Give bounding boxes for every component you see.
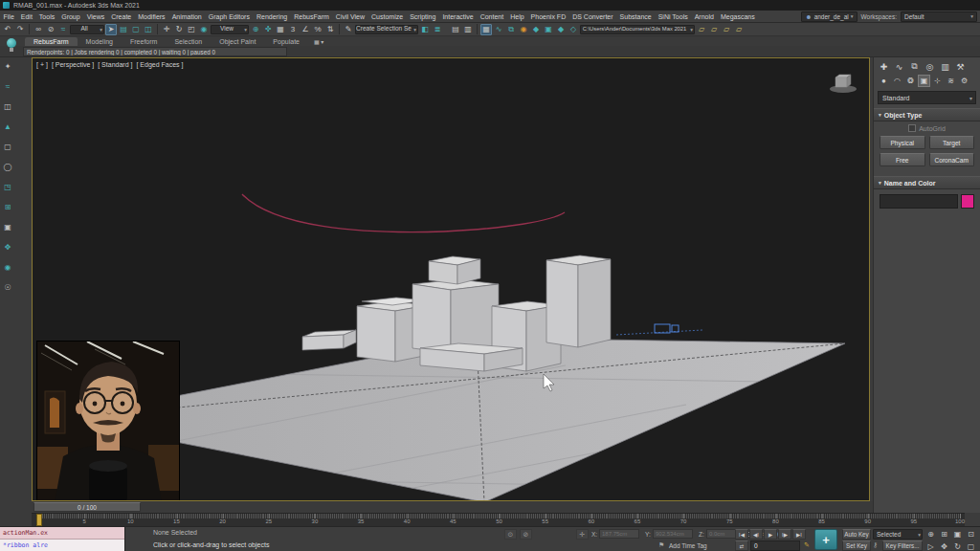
select-object-icon[interactable]: ➤ (105, 24, 117, 35)
go-to-end-button[interactable]: ▶I (792, 529, 806, 540)
keyboard-override-icon[interactable]: ▦ (275, 24, 286, 35)
menu-item[interactable]: Rendering (253, 13, 290, 20)
add-time-tag[interactable]: Add Time Tag (669, 542, 707, 549)
mini-curve-editor-icon[interactable]: ✎ (804, 541, 810, 549)
material-editor-icon[interactable]: ◉ (518, 24, 529, 35)
menu-item[interactable]: SiNi Tools (655, 13, 691, 20)
object-type-rollout-header[interactable]: ▾ Object Type (874, 108, 980, 121)
menu-item[interactable]: Phoenix FD (527, 13, 569, 20)
modify-tab-icon[interactable]: ∿ (893, 60, 905, 73)
set-key-button[interactable]: Set Key (842, 540, 871, 551)
toolbar-separator[interactable] (29, 24, 30, 34)
redo-icon[interactable]: ↷ (14, 24, 26, 35)
menu-item[interactable]: Customize (368, 13, 407, 20)
toolbar-separator[interactable] (157, 24, 158, 34)
menu-item[interactable]: Create (108, 13, 135, 20)
bind-to-space-warp-icon[interactable]: ≈ (57, 24, 69, 35)
current-frame-field[interactable]: 0 (750, 540, 800, 551)
auto-key-button[interactable]: Auto Key (842, 529, 871, 540)
menu-item[interactable]: Content (477, 13, 507, 20)
use-pivot-point-icon[interactable]: ⊕ (250, 24, 261, 35)
select-and-rotate-icon[interactable]: ↻ (173, 24, 185, 35)
y-coordinate-field[interactable]: 902.534cm (653, 529, 693, 539)
ribbon-toggle-icon[interactable]: ▦ (480, 24, 492, 35)
object-name-input[interactable] (880, 194, 958, 209)
select-and-move-icon[interactable]: ✛ (161, 24, 172, 35)
menu-item[interactable]: Edit (17, 13, 35, 20)
red-spline[interactable] (242, 194, 565, 232)
go-to-start-button[interactable]: I◀ (735, 529, 748, 540)
viewport-label-item[interactable]: [ Perspective ] (52, 61, 94, 68)
side-tool-10-icon[interactable]: ✥ (2, 242, 13, 253)
schematic-view-icon[interactable]: ⧉ (505, 24, 517, 35)
side-tool-8-icon[interactable]: ⊞ (2, 202, 13, 213)
fov-icon[interactable]: ▷ (924, 540, 937, 551)
scene-explorer-icon[interactable]: ▤ (450, 24, 461, 35)
rendered-frame-icon[interactable]: ▣ (543, 24, 554, 35)
layer-explorer-icon[interactable]: ▥ (462, 24, 474, 35)
object-type-button[interactable]: Physical (880, 136, 925, 149)
ribbon-tab[interactable]: Object Paint (211, 37, 264, 46)
side-tool-11-icon[interactable]: ◉ (2, 262, 13, 274)
motion-tab-icon[interactable]: ◎ (924, 60, 936, 73)
render-setup-icon[interactable]: ◆ (530, 24, 542, 35)
orbit-icon[interactable]: ↻ (951, 540, 964, 551)
project-folder-dropdown[interactable]: C:\Users\Ander\Documents\3ds Max 2021 (580, 25, 695, 34)
geometry-icon[interactable]: ● (878, 75, 890, 87)
side-tool-9-icon[interactable]: ▣ (2, 222, 13, 233)
key-mode-toggle[interactable]: ⇄ (735, 540, 748, 551)
ribbon-tab[interactable]: Selection (166, 37, 211, 46)
object-class-dropdown[interactable]: Standard (878, 91, 976, 104)
ribbon-tab[interactable]: Populate (264, 37, 308, 46)
folder-new-icon[interactable]: ▱ (696, 24, 707, 35)
key-filters-button[interactable]: Key Filters... (882, 540, 923, 551)
menu-item[interactable]: Substance (616, 13, 655, 20)
ribbon-tab[interactable]: Modeling (78, 37, 122, 46)
side-tool-4-icon[interactable]: ▲ (2, 121, 13, 133)
rebusfarm-lamp-icon[interactable] (6, 38, 17, 54)
object-type-button[interactable]: Target (929, 136, 975, 149)
edit-named-selection-sets-icon[interactable]: ✎ (343, 24, 354, 35)
zoom-icon[interactable]: ⊕ (924, 528, 937, 540)
selection-set-dropdown[interactable]: Selected (873, 529, 923, 540)
isolate-selection-icon[interactable]: ⊙ (504, 529, 517, 540)
render-production-icon[interactable]: ◆ (555, 24, 567, 35)
menu-item[interactable]: RebusFarm (291, 13, 333, 20)
spacewarps-icon[interactable]: ≋ (945, 75, 957, 87)
object-color-swatch[interactable] (961, 194, 974, 209)
set-keys-button[interactable]: + (814, 529, 837, 550)
create-tab-icon[interactable]: ✚ (878, 60, 890, 73)
viewport-label-item[interactable]: [ Edged Faces ] (136, 61, 183, 68)
systems-icon[interactable]: ⚙ (958, 75, 970, 87)
curve-editor-icon[interactable]: ∿ (493, 24, 504, 35)
folder-open-icon[interactable]: ▱ (708, 24, 720, 35)
viewcube-widget[interactable] (827, 70, 859, 95)
cameras-icon[interactable]: ▣ (918, 75, 930, 87)
user-account-menu[interactable]: ☻ ander_de_al ▾ (801, 11, 857, 22)
absolute-offset-toggle-icon[interactable]: ✛ (576, 529, 589, 540)
current-frame-marker[interactable] (36, 514, 42, 526)
menu-item[interactable]: Scripting (407, 13, 439, 20)
camera-object[interactable] (616, 324, 702, 335)
menu-item[interactable]: Help (507, 13, 527, 20)
menu-item[interactable]: Arnold (691, 13, 717, 20)
menu-item[interactable]: Graph Editors (205, 13, 253, 20)
x-coordinate-field[interactable]: 187.75cm (599, 529, 639, 539)
menu-item[interactable]: File (0, 13, 17, 20)
menu-item[interactable]: Views (83, 13, 108, 20)
select-and-place-icon[interactable]: ◉ (198, 24, 210, 35)
viewport-label-item[interactable]: [ Standard ] (98, 61, 132, 68)
percent-snap-icon[interactable]: % (312, 24, 323, 35)
angle-snap-icon[interactable]: ∠ (300, 24, 311, 35)
selection-lock-icon[interactable]: ⊘ (520, 529, 532, 540)
menu-item[interactable]: DS Converter (569, 13, 616, 20)
undo-icon[interactable]: ↶ (2, 24, 13, 35)
menu-item[interactable]: Interactive (439, 13, 477, 20)
track-bar[interactable]: 5101520253035404550556065707580859095100 (32, 513, 965, 526)
side-tool-2-icon[interactable]: ≈ (2, 81, 13, 93)
ribbon-tab[interactable]: Freeform (122, 37, 166, 46)
time-slider-handle[interactable]: 0 / 100 (33, 502, 141, 512)
side-tool-12-icon[interactable]: ☉ (2, 282, 13, 294)
side-tool-5-icon[interactable]: ▢ (2, 142, 13, 153)
menu-item[interactable]: Megascans (717, 13, 758, 20)
